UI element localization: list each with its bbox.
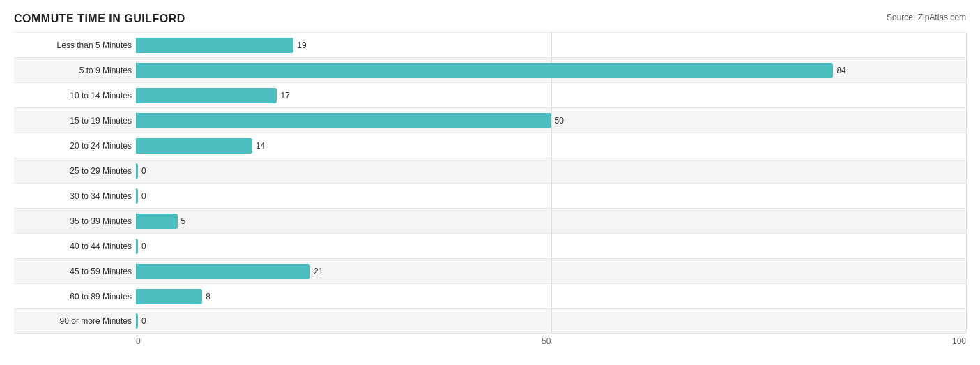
bar-value: 8 bbox=[206, 292, 210, 301]
bar-value: 14 bbox=[256, 141, 265, 151]
bar-fill bbox=[136, 239, 138, 254]
chart-container: COMMUTE TIME IN GUILFORD Source: ZipAtla… bbox=[0, 0, 980, 365]
chart-title: COMMUTE TIME IN GUILFORD bbox=[14, 13, 185, 25]
chart-source: Source: ZipAtlas.com bbox=[887, 13, 966, 22]
bar-row: Less than 5 Minutes19 bbox=[14, 32, 966, 57]
bar-row: 30 to 34 Minutes0 bbox=[14, 183, 966, 208]
bar-row: 25 to 29 Minutes0 bbox=[14, 158, 966, 183]
bar-value: 0 bbox=[141, 166, 146, 176]
bar-fill bbox=[136, 188, 138, 204]
bar-label: 15 to 19 Minutes bbox=[14, 116, 136, 126]
bar-label: 60 to 89 Minutes bbox=[14, 292, 136, 301]
bar-area: 21 bbox=[136, 259, 966, 283]
bar-row: 5 to 9 Minutes84 bbox=[14, 57, 966, 82]
bar-fill bbox=[136, 38, 293, 53]
bar-label: 35 to 39 Minutes bbox=[14, 216, 136, 226]
bar-row: 15 to 19 Minutes50 bbox=[14, 107, 966, 133]
bar-value: 5 bbox=[181, 216, 186, 226]
x-axis-label: 50 bbox=[542, 336, 551, 346]
x-axis: 050100 bbox=[136, 336, 966, 346]
bar-value: 19 bbox=[297, 40, 306, 50]
bar-fill bbox=[136, 289, 202, 304]
bar-area: 50 bbox=[136, 108, 966, 133]
bar-fill bbox=[136, 138, 252, 154]
bar-label: 10 to 14 Minutes bbox=[14, 91, 136, 100]
bar-area: 5 bbox=[136, 209, 966, 233]
bar-area: 0 bbox=[136, 184, 966, 208]
bar-fill bbox=[136, 63, 833, 78]
bar-value: 0 bbox=[141, 191, 146, 201]
bar-label: 40 to 44 Minutes bbox=[14, 241, 136, 251]
bar-area: 0 bbox=[136, 158, 966, 183]
bar-fill bbox=[136, 214, 178, 229]
chart-body: Less than 5 Minutes195 to 9 Minutes8410 … bbox=[14, 32, 966, 334]
bar-area: 0 bbox=[136, 309, 966, 333]
bar-row: 20 to 24 Minutes14 bbox=[14, 133, 966, 158]
bar-value: 17 bbox=[280, 91, 289, 100]
bar-area: 14 bbox=[136, 133, 966, 158]
bar-value: 21 bbox=[314, 267, 323, 276]
bar-label: 90 or more Minutes bbox=[14, 316, 136, 326]
bar-fill bbox=[136, 313, 138, 329]
x-axis-label: 0 bbox=[136, 336, 141, 346]
bar-label: 5 to 9 Minutes bbox=[14, 66, 136, 75]
bar-area: 17 bbox=[136, 83, 966, 107]
bar-value: 50 bbox=[555, 116, 564, 126]
bar-row: 90 or more Minutes0 bbox=[14, 308, 966, 334]
bar-fill bbox=[136, 88, 277, 103]
x-axis-label: 100 bbox=[952, 336, 966, 346]
bar-area: 84 bbox=[136, 58, 966, 82]
chart-header: COMMUTE TIME IN GUILFORD Source: ZipAtla… bbox=[14, 13, 966, 25]
bar-row: 60 to 89 Minutes8 bbox=[14, 283, 966, 308]
bar-fill bbox=[136, 163, 138, 179]
bar-label: 45 to 59 Minutes bbox=[14, 267, 136, 276]
bar-label: 25 to 29 Minutes bbox=[14, 166, 136, 176]
x-axis-labels: 050100 bbox=[136, 336, 966, 346]
bar-value: 0 bbox=[141, 241, 146, 251]
bar-row: 10 to 14 Minutes17 bbox=[14, 82, 966, 107]
bar-fill bbox=[136, 264, 310, 279]
bar-area: 0 bbox=[136, 234, 966, 258]
bar-row: 35 to 39 Minutes5 bbox=[14, 208, 966, 233]
bar-label: 30 to 34 Minutes bbox=[14, 191, 136, 201]
bar-row: 40 to 44 Minutes0 bbox=[14, 233, 966, 258]
bar-area: 19 bbox=[136, 33, 966, 57]
bar-fill bbox=[136, 113, 551, 128]
bar-area: 8 bbox=[136, 284, 966, 308]
bar-value: 0 bbox=[141, 316, 146, 326]
bar-label: Less than 5 Minutes bbox=[14, 40, 136, 50]
bar-value: 84 bbox=[836, 66, 845, 75]
bar-row: 45 to 59 Minutes21 bbox=[14, 258, 966, 283]
bar-label: 20 to 24 Minutes bbox=[14, 141, 136, 151]
